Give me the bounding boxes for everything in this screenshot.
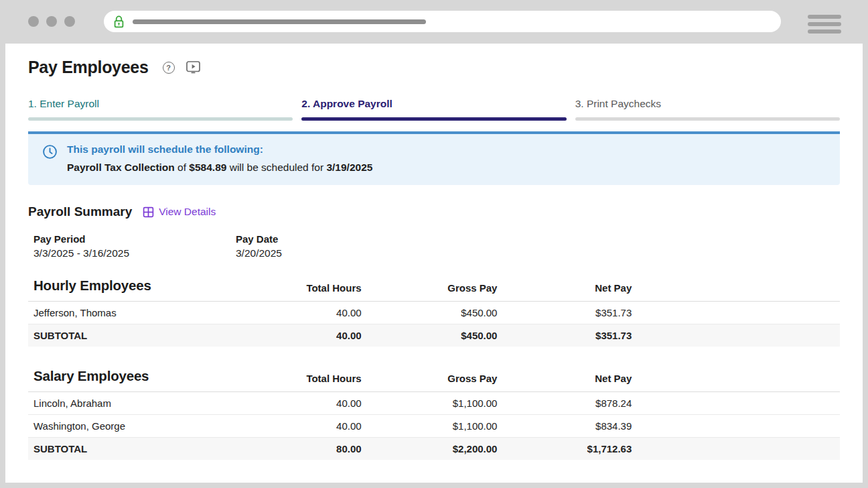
step-print-paychecks[interactable]: 3. Print Paychecks: [575, 98, 840, 121]
step-approve-payroll[interactable]: 2. Approve Payroll: [301, 98, 566, 121]
pay-period-label: Pay Period: [33, 233, 236, 245]
net-pay-cell: $351.73: [497, 302, 632, 324]
gross-pay-cell: $2,200.00: [362, 438, 498, 461]
spacer-cell: [632, 438, 840, 461]
total-hours-cell: 40.00: [281, 302, 362, 324]
banner-segment: of: [175, 162, 190, 173]
employee-name: Washington, George: [28, 415, 281, 438]
lock-icon: [113, 15, 125, 29]
hamburger-icon[interactable]: [808, 15, 841, 37]
pay-period-value: 3/3/2025 - 3/16/2025: [33, 247, 236, 259]
help-icon[interactable]: ?: [163, 62, 175, 74]
section-title: Salary Employees: [28, 368, 281, 392]
subtotal-row: SUBTOTAL 40.00 $450.00 $351.73: [28, 324, 840, 347]
column-header: Net Pay: [497, 368, 632, 392]
video-tutorial-icon[interactable]: [186, 61, 200, 74]
total-hours-cell: 40.00: [281, 415, 362, 438]
clock-icon: [42, 144, 58, 160]
banner-heading: This payroll will schedule the following…: [67, 143, 372, 156]
total-hours-cell: 40.00: [281, 324, 362, 347]
net-pay-cell: $1,712.63: [497, 438, 632, 461]
pay-date-label: Pay Date: [236, 233, 438, 245]
progress-steps: 1. Enter Payroll 2. Approve Payroll 3. P…: [28, 98, 840, 121]
browser-chrome: [0, 0, 868, 44]
step-enter-payroll[interactable]: 1. Enter Payroll: [28, 98, 293, 121]
pay-date-block: Pay Date 3/20/2025: [236, 233, 438, 259]
table-row: Lincoln, Abraham 40.00 $1,100.00 $878.24: [28, 392, 840, 415]
payroll-summary-header: Payroll Summary View Details: [28, 204, 840, 219]
banner-text: This payroll will schedule the following…: [67, 143, 372, 174]
table-header-row: Hourly Employees Total Hours Gross Pay N…: [28, 278, 840, 302]
hamburger-bar: [808, 22, 841, 26]
banner-segment: 3/19/2025: [326, 162, 372, 173]
table-row: Washington, George 40.00 $1,100.00 $834.…: [28, 415, 840, 438]
schedule-info-banner: This payroll will schedule the following…: [28, 131, 840, 185]
spacer-cell: [632, 302, 840, 324]
spacer-cell: [632, 415, 840, 438]
column-header: Total Hours: [281, 278, 362, 302]
window-controls: [28, 16, 75, 27]
window-dot[interactable]: [64, 16, 75, 27]
page-content: Pay Employees ? 1. Enter Payroll 2. Appr…: [5, 44, 863, 483]
employee-name: Lincoln, Abraham: [28, 392, 281, 415]
net-pay-cell: $878.24: [497, 392, 632, 415]
column-header: Total Hours: [281, 368, 362, 392]
pay-period-block: Pay Period 3/3/2025 - 3/16/2025: [33, 233, 236, 259]
step-progress-bar: [28, 117, 293, 121]
view-details-label: View Details: [159, 206, 216, 218]
gross-pay-cell: $1,100.00: [362, 392, 498, 415]
gross-pay-cell: $450.00: [362, 302, 498, 324]
banner-detail-line: Payroll Tax Collection of $584.89 will b…: [67, 162, 372, 174]
section-title: Hourly Employees: [28, 278, 281, 302]
subtotal-label: SUBTOTAL: [28, 438, 281, 461]
column-header: Gross Pay: [362, 368, 498, 392]
step-label: 3. Print Paychecks: [575, 98, 840, 110]
total-hours-cell: 40.00: [281, 392, 362, 415]
window-dot[interactable]: [28, 16, 39, 27]
pay-date-value: 3/20/2025: [236, 247, 438, 259]
net-pay-cell: $834.39: [497, 415, 632, 438]
step-progress-bar: [301, 117, 566, 121]
subtotal-label: SUBTOTAL: [28, 324, 281, 347]
hamburger-bar: [808, 29, 841, 34]
view-details-link[interactable]: View Details: [143, 206, 216, 218]
url-placeholder: [133, 19, 426, 24]
hamburger-bar: [808, 15, 841, 19]
column-header: Gross Pay: [362, 278, 498, 302]
salary-employees-table: Salary Employees Total Hours Gross Pay N…: [28, 368, 840, 460]
spacer-cell: [632, 392, 840, 415]
gross-pay-cell: $450.00: [362, 324, 498, 347]
page-header: Pay Employees ?: [28, 58, 840, 77]
payroll-summary-title: Payroll Summary: [28, 204, 132, 219]
column-spacer: [632, 278, 840, 302]
window-dot[interactable]: [46, 16, 57, 27]
step-progress-bar: [575, 117, 840, 121]
pay-info: Pay Period 3/3/2025 - 3/16/2025 Pay Date…: [28, 233, 840, 259]
column-header: Net Pay: [497, 278, 632, 302]
banner-segment: $584.89: [189, 162, 226, 173]
total-hours-cell: 80.00: [281, 438, 362, 461]
table-header-row: Salary Employees Total Hours Gross Pay N…: [28, 368, 840, 392]
net-pay-cell: $351.73: [497, 324, 632, 347]
spacer-cell: [632, 324, 840, 347]
table-row: Jefferson, Thomas 40.00 $450.00 $351.73: [28, 302, 840, 324]
column-spacer: [632, 368, 840, 392]
banner-segment: Payroll Tax Collection: [67, 162, 175, 173]
gross-pay-cell: $1,100.00: [362, 415, 498, 438]
employee-name: Jefferson, Thomas: [28, 302, 281, 324]
page-title: Pay Employees: [28, 58, 149, 77]
step-label: 2. Approve Payroll: [301, 98, 566, 110]
subtotal-row: SUBTOTAL 80.00 $2,200.00 $1,712.63: [28, 438, 840, 461]
step-label: 1. Enter Payroll: [28, 98, 293, 110]
grid-icon: [143, 206, 154, 218]
hourly-employees-table: Hourly Employees Total Hours Gross Pay N…: [28, 278, 840, 347]
address-bar[interactable]: [104, 11, 781, 32]
banner-segment: will be scheduled for: [226, 162, 326, 173]
